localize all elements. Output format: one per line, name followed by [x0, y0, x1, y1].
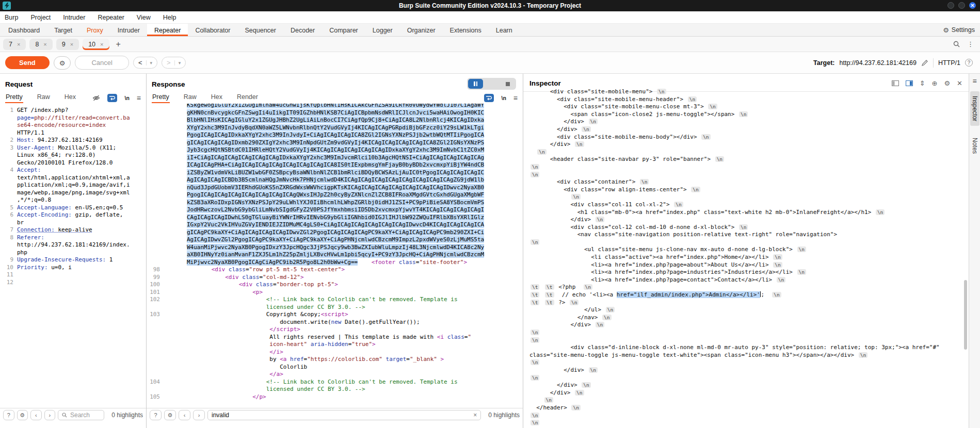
inspector-line: </ul> \n — [529, 306, 963, 314]
response-b64: KSkgewogIGluY2x1ZGUgImlhaW4ucGhwIjsKfQpl… — [187, 104, 493, 266]
code-line: 9Upgrade-Insecure-Requests: 1 — [0, 256, 146, 264]
send-button[interactable]: Send — [5, 56, 50, 69]
whitespace-chip: \n — [531, 413, 539, 418]
minimize-button[interactable] — [947, 2, 954, 9]
search-next-button[interactable]: › — [44, 410, 56, 420]
word-wrap-icon[interactable] — [107, 94, 117, 102]
tab-logger[interactable]: Logger — [365, 24, 400, 36]
repeater-tab-8[interactable]: 8× — [29, 39, 52, 50]
show-newlines-icon[interactable]: \n — [501, 95, 506, 101]
pause-updates-button[interactable] — [468, 79, 483, 89]
tab-raw[interactable]: Raw — [183, 92, 197, 103]
tab-render[interactable]: Render — [236, 92, 259, 103]
whitespace-chip: \n — [589, 367, 598, 373]
tab-repeater[interactable]: Repeater — [147, 24, 188, 36]
response-editor[interactable]: KSkgewogIGluY2x1ZGUgImlhaW4ucGhwIjsKfQpl… — [147, 104, 523, 408]
search-icon[interactable] — [953, 41, 960, 47]
close-tab-icon[interactable]: × — [100, 41, 103, 47]
inspector-line: \t \t // echo '<li><a href="ilf_admin/in… — [529, 291, 963, 299]
close-inspector-icon[interactable]: ✕ — [957, 79, 962, 87]
tab-extensions[interactable]: Extensions — [443, 24, 489, 36]
more-options-icon[interactable]: ⋮ — [967, 40, 974, 48]
repeater-tab-7[interactable]: 7× — [3, 39, 26, 50]
tab-organizer[interactable]: Organizer — [400, 24, 443, 36]
rail-menu-icon[interactable]: ≡ — [972, 77, 976, 85]
code-line: 105 </p> — [147, 393, 523, 401]
request-search-bar: ? ⚙ ‹ › Search 0 highlights — [0, 408, 146, 422]
tab-proxy[interactable]: Proxy — [79, 24, 110, 36]
back-dropdown-icon[interactable]: ▾ — [146, 60, 153, 65]
forward-dropdown-icon[interactable]: ▾ — [174, 60, 181, 65]
editor-menu-icon[interactable]: ≡ — [137, 94, 141, 102]
menu-burp[interactable]: Burp — [5, 14, 18, 21]
inspector-settings-icon[interactable]: ⚙ — [944, 79, 950, 87]
word-wrap-icon[interactable] — [484, 94, 494, 102]
code-line: </i> — [147, 349, 523, 356]
expand-collapse-icon[interactable]: ⇕ — [920, 79, 925, 87]
tab-comparer[interactable]: Comparer — [322, 24, 365, 36]
http-version-help-icon[interactable]: ? — [965, 59, 973, 67]
inspector-line: \n — [529, 374, 963, 382]
response-code: 98 <div class="row pt-5 mt-5 text-center… — [147, 266, 523, 401]
tab-pretty[interactable]: Pretty — [5, 92, 23, 103]
rail-tab-notes[interactable]: Notes — [970, 133, 979, 158]
close-tab-icon[interactable]: × — [70, 41, 73, 47]
tab-target[interactable]: Target — [47, 24, 79, 36]
request-editor[interactable]: 1GET /index.php?page=php://filter/read=c… — [0, 104, 146, 408]
editor-menu-icon[interactable]: ≡ — [513, 94, 518, 102]
inspector-panel: Inspector ⇕ ⊕ ⚙ ✕ <div class="site-mobil… — [523, 74, 969, 428]
menu-intruder[interactable]: Intruder — [63, 14, 85, 21]
menu-help[interactable]: Help — [163, 14, 176, 21]
tab-decoder[interactable]: Decoder — [283, 24, 322, 36]
search-help-icon[interactable]: ? — [150, 410, 162, 420]
clear-search-icon[interactable]: × — [473, 411, 477, 419]
forward-button[interactable]: >▾ — [162, 57, 186, 69]
target-url: http://94.237.62.181:42169 — [839, 59, 916, 67]
tab-intruder[interactable]: Intruder — [110, 24, 147, 36]
tab-dashboard[interactable]: Dashboard — [1, 24, 47, 36]
tab-hex[interactable]: Hex — [64, 92, 76, 103]
edit-target-icon[interactable] — [921, 59, 928, 67]
add-tab-button[interactable]: + — [116, 40, 121, 49]
close-tab-icon[interactable]: × — [17, 41, 20, 47]
cancel-button[interactable]: Cancel — [75, 56, 128, 70]
inspector-body[interactable]: <div class="site-mobile-menu"> \n <div c… — [523, 88, 969, 428]
hide-nonprintable-icon[interactable] — [92, 95, 100, 101]
follow-mode-button[interactable] — [484, 79, 499, 89]
subtabs-icons: ⋮ — [953, 40, 974, 48]
repeater-tab-9[interactable]: 9× — [56, 39, 79, 50]
layout-right-icon[interactable] — [906, 80, 913, 86]
rail-tab-inspector[interactable]: Inspector — [970, 91, 979, 126]
request-settings-button[interactable]: ⚙ — [54, 56, 71, 70]
tab-pretty[interactable]: Pretty — [152, 92, 170, 103]
show-newlines-icon[interactable]: \n — [124, 95, 129, 101]
back-button[interactable]: <▾ — [133, 57, 157, 69]
tab-sequencer[interactable]: Sequencer — [237, 24, 283, 36]
tab-learn[interactable]: Learn — [489, 24, 520, 36]
inspector-scrollbar[interactable] — [964, 280, 967, 350]
response-search-input[interactable]: invalid × — [207, 410, 481, 420]
menu-project[interactable]: Project — [30, 14, 51, 21]
tab-hex[interactable]: Hex — [211, 92, 223, 103]
close-tab-icon[interactable]: × — [43, 41, 46, 47]
search-help-icon[interactable]: ? — [3, 410, 14, 420]
repeater-tab-10[interactable]: 10× — [83, 39, 109, 50]
request-search-input[interactable]: Search — [58, 410, 104, 420]
search-next-button[interactable]: › — [193, 410, 205, 420]
response-tabs: PrettyRawHexRender — [152, 92, 272, 103]
tab-raw[interactable]: Raw — [37, 92, 51, 103]
search-settings-icon[interactable]: ⚙ — [164, 410, 176, 420]
menu-view[interactable]: View — [137, 14, 151, 21]
maximize-button[interactable] — [958, 2, 965, 9]
close-button[interactable]: ✕ — [969, 2, 976, 9]
layout-left-icon[interactable] — [892, 80, 899, 86]
tab-collaborator[interactable]: Collaborator — [188, 24, 237, 36]
scope-target-icon[interactable]: ⊕ — [932, 79, 938, 87]
search-prev-button[interactable]: ‹ — [179, 410, 190, 420]
stop-button[interactable] — [500, 79, 515, 89]
menu-repeater[interactable]: Repeater — [98, 14, 124, 21]
search-settings-icon[interactable]: ⚙ — [17, 410, 28, 420]
search-prev-button[interactable]: ‹ — [30, 410, 42, 420]
settings-button[interactable]: ⚙Settings — [943, 24, 975, 36]
whitespace-chip: \n — [797, 269, 806, 275]
